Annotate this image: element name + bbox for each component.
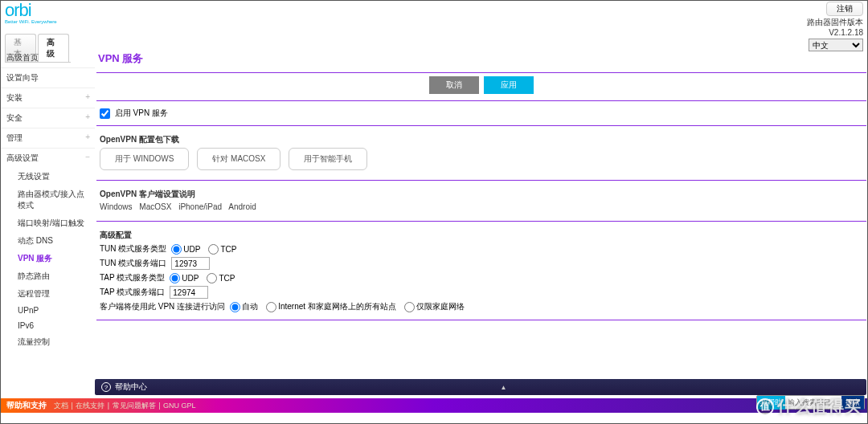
download-windows-button[interactable]: 用于 WINDOWS [100, 148, 189, 170]
sidebar-sub-ddns[interactable]: 动态 DNS [0, 232, 95, 250]
divider [96, 100, 866, 101]
sidebar-item-install[interactable]: 安装 [0, 88, 95, 108]
tap-port-label: TAP 模式服务端口 [100, 287, 165, 298]
divider [96, 320, 866, 320]
access-label: 客户端将使用此 VPN 连接进行访问 [100, 301, 225, 312]
tun-port-label: TUN 模式服务端口 [100, 258, 166, 269]
access-auto-radio[interactable] [230, 302, 240, 312]
sidebar-sub-remote[interactable]: 远程管理 [0, 285, 95, 303]
platform-macosx[interactable]: MacOSX [139, 202, 171, 211]
sidebar-item-admin[interactable]: 管理 [0, 128, 95, 148]
platform-android[interactable]: Android [228, 202, 256, 211]
sidebar-sub-traffic[interactable]: 流量控制 [0, 333, 95, 351]
platform-windows[interactable]: Windows [100, 202, 133, 211]
logout-button[interactable]: 注销 [826, 2, 863, 16]
sidebar-sub-upnp[interactable]: UPnP [0, 303, 95, 318]
footer-link-gpl[interactable]: GNU GPL [163, 402, 196, 410]
download-mobile-button[interactable]: 用于智能手机 [289, 148, 367, 170]
sidebar-sub-wireless[interactable]: 无线设置 [0, 168, 95, 186]
tun-port-input[interactable] [171, 257, 210, 270]
expand-icon[interactable]: ▲ [501, 384, 507, 391]
sidebar-item-home[interactable]: 高级首页 [0, 48, 95, 67]
support-label: 帮助和支持 [6, 400, 47, 411]
sidebar-item-wizard[interactable]: 设置向导 [0, 67, 95, 88]
platform-ios[interactable]: iPhone/iPad [178, 202, 222, 211]
access-home-radio[interactable] [404, 302, 415, 312]
sidebar-item-advanced[interactable]: 高级设置 [0, 148, 95, 168]
tun-type-label: TUN 模式服务类型 [100, 243, 166, 255]
sidebar-sub-vpn[interactable]: VPN 服务 [0, 250, 95, 267]
footer-link-online[interactable]: 在线支持 [76, 402, 104, 410]
firmware-label: 路由器固件版本 [807, 17, 863, 28]
footer-link-faq[interactable]: 常见问题解答 [113, 402, 156, 410]
cancel-button[interactable]: 取消 [429, 76, 479, 94]
sidebar: 高级首页 设置向导 安装 安全 管理 高级设置 无线设置 路由器模式/接入点模式… [0, 48, 95, 398]
enable-vpn-label: 启用 VPN 服务 [115, 108, 168, 117]
help-icon: ? [101, 382, 111, 392]
sidebar-sub-port[interactable]: 端口映射/端口触发 [0, 214, 95, 232]
page-title: VPN 服务 [96, 48, 866, 69]
help-title: 帮助中心 [115, 381, 147, 393]
divider [96, 72, 866, 73]
brand-logo: orbi Better WiFi. Everywhere [5, 0, 57, 24]
tap-udp-radio[interactable] [170, 273, 180, 283]
watermark-badge: 值 [756, 398, 774, 416]
sidebar-sub-mode[interactable]: 路由器模式/接入点模式 [0, 186, 95, 214]
brand-tagline: Better WiFi. Everywhere [5, 19, 57, 24]
footer-bar: 帮助和支持 文档 | 在线支持 | 常见问题解答 | GNU GPL [0, 398, 868, 413]
sidebar-sub-ipv6[interactable]: IPv6 [0, 318, 95, 333]
tap-tcp-radio[interactable] [207, 273, 217, 283]
enable-vpn-checkbox[interactable] [100, 108, 110, 119]
firmware-version: V2.1.2.18 [807, 28, 863, 37]
tap-type-label: TAP 模式服务类型 [100, 272, 165, 283]
advanced-heading: 高级配置 [100, 230, 863, 241]
brand-name: orbi [5, 0, 57, 21]
help-center-bar[interactable]: ? 帮助中心 ▲ [95, 379, 866, 395]
apply-button[interactable]: 应用 [484, 76, 534, 94]
watermark-text: 什么值得买 [777, 396, 862, 418]
tun-tcp-radio[interactable] [208, 244, 219, 255]
tap-port-input[interactable] [170, 286, 208, 299]
footer-link-docs[interactable]: 文档 [54, 402, 68, 410]
tun-udp-radio[interactable] [171, 244, 182, 255]
access-all-radio[interactable] [266, 302, 276, 312]
sidebar-sub-route[interactable]: 静态路由 [0, 267, 95, 285]
download-macosx-button[interactable]: 针对 MACOSX [197, 148, 280, 170]
watermark: 值 什么值得买 [756, 396, 862, 418]
sidebar-item-security[interactable]: 安全 [0, 108, 95, 128]
instructions-heading: OpenVPN 客户端设置说明 [100, 189, 863, 200]
platform-links: Windows MacOSX iPhone/iPad Android [100, 202, 863, 211]
download-heading: OpenVPN 配置包下载 [100, 134, 863, 145]
divider [96, 180, 866, 181]
divider [96, 125, 866, 126]
divider [96, 221, 866, 222]
